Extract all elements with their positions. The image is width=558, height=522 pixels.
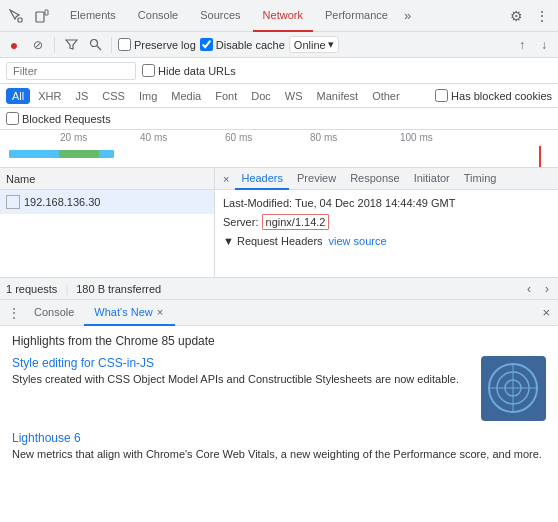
throttle-select[interactable]: Online ▾ [289, 36, 339, 53]
tab-headers[interactable]: Headers [235, 168, 289, 190]
type-filter-doc[interactable]: Doc [245, 88, 277, 104]
tab-console[interactable]: Console [128, 0, 188, 32]
more-options-icon[interactable]: ⋮ [530, 4, 554, 28]
tab-elements[interactable]: Elements [60, 0, 126, 32]
filter-row: Hide data URLs [0, 58, 558, 84]
timeline-label-60ms: 60 ms [225, 132, 252, 143]
download-button[interactable]: ↓ [534, 35, 554, 55]
type-filter-other[interactable]: Other [366, 88, 406, 104]
news-heading-1[interactable]: Style editing for CSS-in-JS [12, 356, 471, 370]
status-bar: 1 requests | 180 B transferred ‹ › [0, 278, 558, 300]
news-heading-2[interactable]: Lighthouse 6 [12, 431, 546, 445]
search-button[interactable] [85, 35, 105, 55]
network-table: Name 192.168.136.30 × Headers Preview Re… [0, 168, 558, 278]
svg-point-3 [90, 40, 97, 47]
hide-data-urls-checkbox[interactable]: Hide data URLs [142, 64, 236, 77]
timeline-label-40ms: 40 ms [140, 132, 167, 143]
import-export-buttons: ↑ ↓ [512, 35, 554, 55]
headers-content: Last-Modified: Tue, 04 Dec 2018 14:44:49… [215, 190, 558, 277]
toolbar-separator-2 [111, 37, 112, 53]
tab-response[interactable]: Response [344, 168, 406, 190]
timeline-label-20ms: 20 ms [60, 132, 87, 143]
timeline-labels: 20 ms 40 ms 60 ms 80 ms 100 ms [0, 130, 558, 146]
timeline: 20 ms 40 ms 60 ms 80 ms 100 ms [0, 130, 558, 168]
svg-rect-0 [18, 18, 22, 22]
type-filter-ws[interactable]: WS [279, 88, 309, 104]
blocked-requests-checkbox[interactable]: Blocked Requests [6, 112, 111, 125]
view-source-link[interactable]: view source [329, 235, 387, 247]
timeline-bar-green [59, 150, 99, 158]
type-filter-media[interactable]: Media [165, 88, 207, 104]
news-item-css-in-js: Style editing for CSS-in-JS Styles creat… [12, 356, 546, 421]
has-blocked-cookies-checkbox[interactable]: Has blocked cookies [435, 89, 552, 102]
bottom-content: Highlights from the Chrome 85 update Sty… [0, 326, 558, 485]
bottom-drag-handle[interactable]: ⋮ [4, 306, 24, 320]
news-desc-1: Styles created with CSS Object Model API… [12, 372, 471, 387]
header-last-modified: Last-Modified: Tue, 04 Dec 2018 14:44:49… [223, 194, 550, 213]
timeline-track [4, 146, 554, 168]
news-text-2: Lighthouse 6 New metrics that align with… [12, 431, 546, 462]
network-row[interactable]: 192.168.136.30 [0, 190, 214, 214]
tab-network[interactable]: Network [253, 0, 313, 32]
tab-timing[interactable]: Timing [458, 168, 503, 190]
filter-input[interactable] [6, 62, 136, 80]
settings-icon[interactable]: ⚙ [504, 4, 528, 28]
whats-new-title: Highlights from the Chrome 85 update [12, 334, 546, 348]
type-filter-css[interactable]: CSS [96, 88, 131, 104]
headers-tabs: × Headers Preview Response Initiator Tim… [215, 168, 558, 190]
filter-toggle-button[interactable] [61, 35, 81, 55]
tab-sources[interactable]: Sources [190, 0, 250, 32]
bytes-transferred: 180 B transferred [76, 283, 161, 295]
requests-count: 1 requests [6, 283, 57, 295]
nav-left-icon[interactable]: ‹ [524, 282, 534, 296]
network-toolbar: ● ⊘ Preserve log Disable cache Online ▾ … [0, 32, 558, 58]
dev-tabs: Elements Console Sources Network Perform… [0, 0, 558, 32]
headers-panel: × Headers Preview Response Initiator Tim… [215, 168, 558, 277]
timeline-label-80ms: 80 ms [310, 132, 337, 143]
record-button[interactable]: ● [4, 35, 24, 55]
type-filter-row: All XHR JS CSS Img Media Font Doc WS Man… [0, 84, 558, 108]
bottom-tabs: ⋮ Console What's New × × [0, 300, 558, 326]
network-row-icon [6, 195, 20, 209]
timeline-label-100ms: 100 ms [400, 132, 433, 143]
upload-button[interactable]: ↑ [512, 35, 532, 55]
news-thumb-1 [481, 356, 546, 421]
news-text-1: Style editing for CSS-in-JS Styles creat… [12, 356, 471, 421]
tab-more-icon[interactable]: » [400, 8, 415, 23]
type-filter-xhr[interactable]: XHR [32, 88, 67, 104]
disable-cache-checkbox[interactable]: Disable cache [200, 38, 285, 51]
news-desc-2: New metrics that align with Chrome's Cor… [12, 447, 546, 462]
type-filter-manifest[interactable]: Manifest [311, 88, 365, 104]
bottom-panel: ⋮ Console What's New × × Highlights from… [0, 300, 558, 485]
tab-initiator[interactable]: Initiator [408, 168, 456, 190]
blocked-requests-row: Blocked Requests [0, 108, 558, 130]
tab-icon-group [4, 4, 54, 28]
svg-rect-2 [45, 10, 48, 15]
nav-right-icon[interactable]: › [542, 282, 552, 296]
type-filter-js[interactable]: JS [69, 88, 94, 104]
timeline-marker-red [539, 146, 541, 168]
svg-rect-1 [36, 12, 44, 22]
btab-console[interactable]: Console [24, 300, 84, 326]
inspect-icon[interactable] [4, 4, 28, 28]
bottom-panel-close-icon[interactable]: × [538, 305, 554, 320]
stop-recording-button[interactable]: ⊘ [28, 35, 48, 55]
preserve-log-checkbox[interactable]: Preserve log [118, 38, 196, 51]
device-icon[interactable] [30, 4, 54, 28]
type-filter-all[interactable]: All [6, 88, 30, 104]
request-headers-section: ▼ Request Headers view source [223, 235, 550, 247]
news-item-lighthouse: Lighthouse 6 New metrics that align with… [12, 431, 546, 462]
toolbar-separator-1 [54, 37, 55, 53]
tab-preview[interactable]: Preview [291, 168, 342, 190]
type-filter-img[interactable]: Img [133, 88, 163, 104]
network-name-panel: Name 192.168.136.30 [0, 168, 215, 277]
whats-new-close-icon[interactable]: × [155, 306, 165, 318]
svg-line-4 [97, 46, 101, 50]
btab-whats-new[interactable]: What's New × [84, 300, 175, 326]
type-filter-font[interactable]: Font [209, 88, 243, 104]
header-server: Server: nginx/1.14.2 [223, 213, 550, 232]
tab-performance[interactable]: Performance [315, 0, 398, 32]
close-panel-button[interactable]: × [219, 172, 233, 186]
name-column-header: Name [0, 168, 214, 190]
